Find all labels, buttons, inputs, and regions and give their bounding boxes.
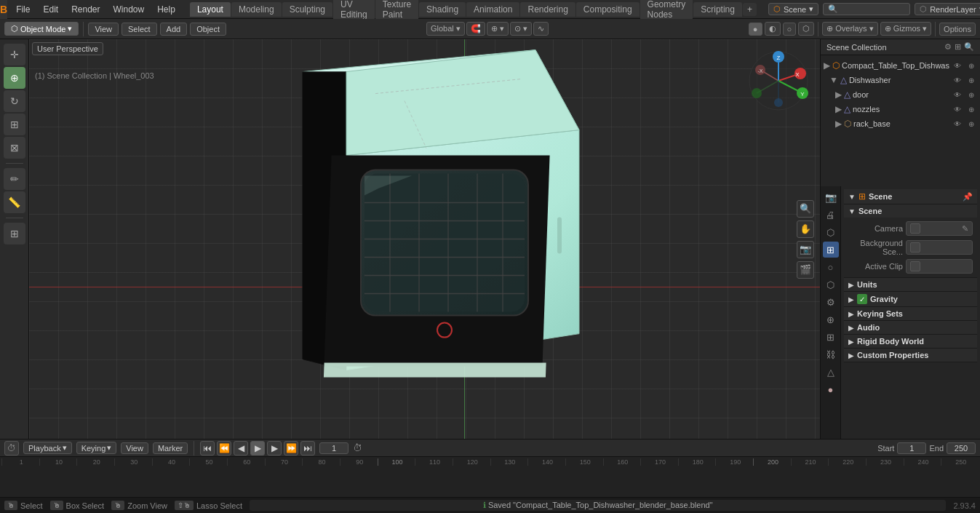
tab-scripting[interactable]: Scripting (693, 2, 742, 17)
collection-settings-icon[interactable]: ⊞ (955, 42, 961, 52)
menu-file[interactable]: File (10, 3, 36, 16)
menu-edit[interactable]: Edit (37, 3, 64, 16)
scene-pin-icon[interactable]: 📌 (963, 192, 973, 202)
proportional-btn[interactable]: ⊙ ▾ (510, 22, 532, 36)
prop-particles-icon[interactable]: ⊕ (823, 311, 839, 327)
custom-props-header[interactable]: ▶ Custom Properties (844, 349, 977, 362)
prop-data-icon[interactable]: △ (823, 364, 839, 380)
start-frame-input[interactable] (897, 442, 926, 454)
timeline-type-icon[interactable]: ⏱ (4, 441, 19, 456)
tree-item-collection[interactable]: ▶ ⬡ Compact_Table_Top_Dishwas 👁 ⊕ (821, 58, 980, 73)
tab-animation[interactable]: Animation (466, 2, 519, 17)
tree-vis-toggle-2[interactable]: 👁 (952, 74, 963, 86)
transform-global-btn[interactable]: Global ▾ (426, 22, 465, 36)
end-frame-input[interactable] (947, 442, 976, 454)
play-btn[interactable]: ▶ (250, 441, 265, 456)
tree-vis-toggle-3[interactable]: 👁 (952, 89, 963, 100)
pan-btn[interactable]: ✋ (797, 220, 814, 238)
options-btn[interactable]: Options (939, 23, 976, 36)
tab-sculpting[interactable]: Sculpting (282, 2, 332, 17)
transform-tool[interactable]: ⊠ (4, 137, 25, 159)
prop-modifier-icon[interactable]: ⚙ (823, 294, 839, 310)
jump-start-btn[interactable]: ⏮ (200, 441, 215, 456)
rotate-tool[interactable]: ↻ (4, 90, 25, 112)
cursor-tool[interactable]: ✛ (4, 44, 25, 65)
tab-rendering[interactable]: Rendering (520, 2, 575, 17)
view-menu-btn[interactable]: View (88, 23, 119, 36)
tree-item-nozzles[interactable]: ▶ △ nozzles 👁 ⊕ (821, 102, 980, 116)
keying-sets-header[interactable]: ▶ Keying Sets (844, 307, 977, 320)
prev-keyframe-btn[interactable]: ◀ (234, 441, 248, 456)
nav-gizmo[interactable]: X -X Z Y (746, 48, 811, 114)
tab-modeling[interactable]: Modeling (231, 2, 282, 17)
scene-selector[interactable]: ⬡ Scene ▾ (768, 3, 818, 15)
tab-compositing[interactable]: Compositing (576, 2, 640, 17)
overlays-btn[interactable]: ⊕ Overlays ▾ (822, 22, 878, 36)
current-frame-input[interactable] (319, 442, 348, 454)
tree-item-rack-base[interactable]: ▶ ⬡ rack_base 👁 ⊕ (821, 116, 980, 131)
measure-tool[interactable]: 📏 (4, 191, 25, 213)
tree-hide-toggle-3[interactable]: ⊕ (965, 89, 977, 100)
menu-render[interactable]: Render (65, 3, 105, 16)
snap-settings-btn[interactable]: ⊕ ▾ (487, 22, 509, 36)
blender-logo[interactable]: B (0, 0, 7, 19)
viewport-shading-rendered[interactable]: ○ (783, 23, 797, 36)
viewport[interactable]: User Perspective (1) Scene Collection | … (29, 39, 820, 439)
menu-window[interactable]: Window (108, 3, 151, 16)
prop-view-layer-icon[interactable]: ⬡ (823, 224, 839, 240)
tree-hide-toggle-4[interactable]: ⊕ (965, 103, 977, 115)
object-menu-btn[interactable]: Object (190, 23, 226, 36)
tree-item-dishwasher[interactable]: ▼ △ Dishwasher 👁 ⊕ (821, 73, 980, 87)
next-frame-btn[interactable]: ⏩ (284, 441, 298, 456)
prop-material-icon[interactable]: ● (823, 381, 839, 397)
collection-search-icon[interactable]: 🔍 (964, 42, 974, 52)
move-tool[interactable]: ⊕ (4, 67, 25, 89)
rigid-body-header[interactable]: ▶ Rigid Body World (844, 335, 977, 348)
timeline-ruler[interactable]: 1 10 20 30 40 50 60 70 80 90 100 110 120… (0, 457, 980, 497)
magnify-btn[interactable]: 🔍 (797, 200, 814, 218)
viewport-shading-wireframe[interactable]: ⬡ (798, 22, 814, 36)
prop-output-icon[interactable]: 🖨 (823, 207, 839, 223)
camera-value[interactable]: ✎ (906, 221, 973, 236)
prop-render-icon[interactable]: 📷 (823, 189, 839, 205)
jump-end-btn[interactable]: ⏭ (300, 441, 315, 456)
audio-header[interactable]: ▶ Audio (844, 321, 977, 334)
render-btn[interactable]: 🎬 (797, 261, 814, 279)
collection-filter-icon[interactable]: ⚙ (944, 42, 952, 52)
gravity-checkbox[interactable]: ✓ (857, 294, 867, 304)
tab-shading[interactable]: Shading (419, 2, 466, 17)
add-tool[interactable]: ⊞ (4, 223, 25, 244)
prop-world-icon[interactable]: ○ (823, 259, 839, 275)
search-bar[interactable]: 🔍 (823, 3, 910, 15)
prop-object-icon[interactable]: ⬡ (823, 277, 839, 293)
prop-scene-icon[interactable]: ⊞ (823, 242, 839, 258)
prev-frame-btn[interactable]: ⏪ (217, 441, 231, 456)
active-clip-value[interactable] (906, 259, 973, 274)
tree-hide-toggle[interactable]: ⊕ (965, 60, 977, 71)
annotate-tool[interactable]: ✏ (4, 168, 25, 190)
falloff-btn[interactable]: ∿ (533, 22, 549, 36)
viewport-shading-material[interactable]: ◐ (765, 22, 781, 36)
playback-btn[interactable]: Playback ▾ (23, 442, 72, 454)
tree-item-door[interactable]: ▶ △ door 👁 ⊕ (821, 87, 980, 102)
scene-sub-header[interactable]: ▼ Scene (844, 204, 977, 218)
bg-scene-value[interactable] (906, 240, 973, 255)
tab-layout[interactable]: Layout (190, 2, 231, 17)
viewport-shading-solid[interactable]: ● (749, 23, 762, 36)
next-keyframe-btn[interactable]: ▶ (267, 441, 282, 456)
tree-vis-toggle-5[interactable]: 👁 (952, 118, 963, 130)
tree-vis-toggle[interactable]: 👁 (952, 60, 963, 71)
tree-hide-toggle-5[interactable]: ⊕ (965, 118, 977, 130)
mode-selector[interactable]: ⬡ Object Mode ▾ (4, 22, 79, 36)
prop-constraints-icon[interactable]: ⛓ (823, 346, 839, 362)
menu-help[interactable]: Help (151, 3, 181, 16)
gravity-header[interactable]: ▶ ✓ Gravity (844, 292, 977, 306)
scene-section-header[interactable]: ▼ ⊞ Scene 📌 (844, 189, 977, 204)
keying-btn[interactable]: Keying ▾ (76, 442, 117, 454)
add-workspace-button[interactable]: + (743, 3, 757, 16)
gizmos-btn[interactable]: ⊕ Gizmos ▾ (880, 22, 931, 36)
tree-vis-toggle-4[interactable]: 👁 (952, 103, 963, 115)
prop-physics-icon[interactable]: ⊞ (823, 329, 839, 345)
marker-btn[interactable]: Marker (153, 442, 188, 454)
view-btn[interactable]: View (121, 442, 148, 454)
